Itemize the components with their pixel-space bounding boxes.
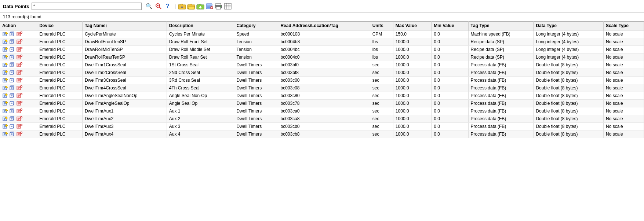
units-cell: sec bbox=[370, 84, 393, 92]
device-cell: Emerald PLC bbox=[37, 130, 83, 138]
delete-icon[interactable] bbox=[16, 116, 23, 122]
search-icon[interactable]: 🔍 bbox=[145, 2, 153, 10]
copy-icon[interactable] bbox=[9, 47, 16, 52]
table-row: Emerald PLCDwellTmrAngleSealOpAngle Seal… bbox=[0, 100, 644, 107]
delete-icon[interactable] bbox=[16, 31, 23, 37]
edit-icon[interactable] bbox=[2, 31, 9, 37]
tag-type-cell: Process data (FB) bbox=[468, 77, 534, 84]
data-type-cell: Double float (8 bytes) bbox=[534, 123, 604, 130]
edit-icon[interactable] bbox=[2, 39, 9, 45]
open-icon[interactable] bbox=[187, 2, 195, 10]
edit-icon[interactable] bbox=[2, 70, 9, 75]
min-value-cell: 0.0 bbox=[432, 46, 468, 54]
delete-icon[interactable] bbox=[16, 70, 23, 75]
delete-icon[interactable] bbox=[16, 93, 23, 99]
action-cell bbox=[0, 84, 37, 92]
top-bar: Data Points 🔍 ? | bbox=[0, 0, 644, 13]
action-cell bbox=[0, 30, 37, 38]
search-red-icon[interactable] bbox=[154, 2, 163, 10]
copy-icon[interactable] bbox=[9, 108, 16, 114]
toolbar-icons: 🔍 ? | bbox=[145, 2, 232, 10]
delete-icon[interactable] bbox=[16, 85, 23, 91]
category-cell: Dwell Timers bbox=[234, 107, 278, 115]
tag-name-cell: CyclePerMinute bbox=[83, 30, 167, 38]
print-icon[interactable] bbox=[215, 2, 223, 10]
data-type-cell: Long integer (4 bytes) bbox=[534, 38, 604, 46]
copy-icon[interactable] bbox=[9, 70, 16, 75]
col-tag-type: Tag Type bbox=[468, 22, 534, 30]
description-cell: Draw Roll Front Set bbox=[167, 38, 234, 46]
table-header-row: Action Device Tag Name↑ Description Cate… bbox=[0, 22, 644, 30]
search-input[interactable] bbox=[32, 3, 142, 10]
description-cell: Aux 1 bbox=[167, 107, 234, 115]
category-cell: Tension bbox=[234, 46, 278, 54]
scale-type-cell: No scale bbox=[604, 84, 644, 92]
device-cell: Emerald PLC bbox=[37, 84, 83, 92]
tag-name-cell: DwellTmrAux4 bbox=[83, 130, 167, 138]
action-cell bbox=[0, 77, 37, 84]
copy-icon[interactable] bbox=[9, 39, 16, 45]
col-read-address: Read Address/Location/Tag bbox=[278, 22, 370, 30]
tag-name-cell: DwellTmr2CrossSeal bbox=[83, 69, 167, 77]
copy-icon[interactable] bbox=[9, 62, 16, 68]
delete-icon[interactable] bbox=[16, 108, 23, 114]
copy-icon[interactable] bbox=[9, 116, 16, 122]
read-address-cell: bc003bf8 bbox=[278, 69, 370, 77]
col-min-value: Min Value bbox=[432, 22, 468, 30]
max-value-cell: 1000.0 bbox=[393, 107, 431, 115]
max-value-cell: 1000.0 bbox=[393, 115, 431, 123]
copy-icon[interactable] bbox=[9, 77, 16, 83]
delete-icon[interactable] bbox=[16, 100, 23, 106]
edit-icon[interactable] bbox=[2, 108, 9, 114]
delete-icon[interactable] bbox=[16, 54, 23, 60]
read-address-cell: bc003bf0 bbox=[278, 61, 370, 69]
data-type-cell: Long integer (4 bytes) bbox=[534, 30, 604, 38]
delete-icon[interactable] bbox=[16, 62, 23, 68]
device-cell: Emerald PLC bbox=[37, 115, 83, 123]
import-icon[interactable] bbox=[205, 2, 214, 10]
data-type-cell: Double float (8 bytes) bbox=[534, 100, 604, 107]
edit-icon[interactable] bbox=[2, 93, 9, 99]
tag-name-cell: DwellTmrAngleSealNonOp bbox=[83, 92, 167, 100]
help-icon[interactable]: ? bbox=[164, 2, 172, 10]
action-cell bbox=[0, 130, 37, 138]
copy-icon[interactable] bbox=[9, 85, 16, 91]
device-cell: Emerald PLC bbox=[37, 107, 83, 115]
edit-icon[interactable] bbox=[2, 100, 9, 106]
export-icon[interactable] bbox=[196, 2, 204, 10]
delete-icon[interactable] bbox=[16, 77, 23, 83]
copy-icon[interactable] bbox=[9, 124, 16, 129]
description-cell: Angle Seal Non-Op bbox=[167, 92, 234, 100]
copy-icon[interactable] bbox=[9, 131, 16, 137]
category-cell: Dwell Timers bbox=[234, 84, 278, 92]
delete-icon[interactable] bbox=[16, 47, 23, 52]
min-value-cell: 0.0 bbox=[432, 38, 468, 46]
edit-icon[interactable] bbox=[2, 62, 9, 68]
edit-icon[interactable] bbox=[2, 54, 9, 60]
max-value-cell: 150.0 bbox=[393, 30, 431, 38]
edit-icon[interactable] bbox=[2, 124, 9, 129]
edit-icon[interactable] bbox=[2, 131, 9, 137]
table-row: Emerald PLCDwellTmrAux2Aux 2Dwell Timers… bbox=[0, 115, 644, 123]
delete-icon[interactable] bbox=[16, 124, 23, 129]
copy-icon[interactable] bbox=[9, 93, 16, 99]
units-cell: sec bbox=[370, 61, 393, 69]
scale-type-cell: No scale bbox=[604, 107, 644, 115]
copy-icon[interactable] bbox=[9, 54, 16, 60]
grid-icon[interactable] bbox=[224, 2, 232, 10]
edit-icon[interactable] bbox=[2, 85, 9, 91]
max-value-cell: 1000.0 bbox=[393, 123, 431, 130]
edit-icon[interactable] bbox=[2, 77, 9, 83]
copy-icon[interactable] bbox=[9, 100, 16, 106]
add-icon[interactable] bbox=[178, 2, 186, 10]
min-value-cell: 0.0 bbox=[432, 69, 468, 77]
col-tag-name[interactable]: Tag Name↑ bbox=[83, 22, 167, 30]
tag-name-cell: DrawRollRearTenSP bbox=[83, 54, 167, 61]
edit-icon[interactable] bbox=[2, 47, 9, 52]
copy-icon[interactable] bbox=[9, 31, 16, 37]
records-found: 113 record(s) found. bbox=[0, 13, 644, 21]
edit-icon[interactable] bbox=[2, 116, 9, 122]
delete-icon[interactable] bbox=[16, 39, 23, 45]
action-cell bbox=[0, 92, 37, 100]
delete-icon[interactable] bbox=[16, 131, 23, 137]
